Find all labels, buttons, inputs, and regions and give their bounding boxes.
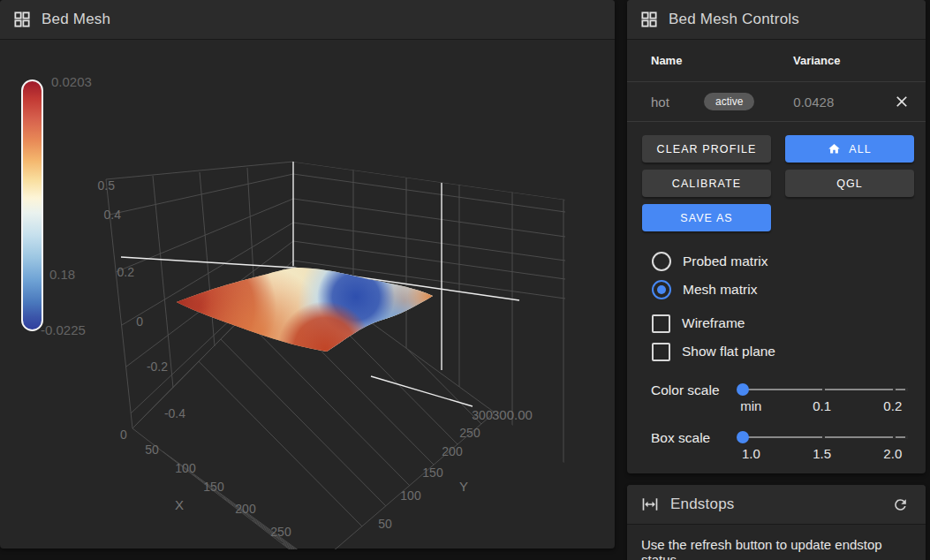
close-icon: [893, 93, 911, 110]
slider-tick-mark: [905, 435, 908, 439]
probed-matrix-radio[interactable]: Probed matrix: [652, 247, 911, 276]
grid-icon: [14, 11, 30, 27]
clear-profile-button[interactable]: CLEAR PROFILE: [642, 135, 771, 163]
y-tick: 150: [422, 465, 443, 480]
profile-variance: 0.0428: [793, 95, 834, 110]
refresh-icon: [892, 496, 909, 513]
active-badge: active: [704, 93, 754, 110]
box-scale-row: Box scale 1.0 1.5 2.0: [651, 428, 908, 468]
profile-name: hot: [651, 95, 704, 110]
profile-row[interactable]: hot active 0.0428: [627, 82, 926, 122]
box-scale-label: Box scale: [651, 428, 725, 468]
box-scale-tick: 2.0: [883, 446, 902, 461]
slider-tick-mark: [893, 435, 896, 439]
profile-table-header: Name Variance: [627, 40, 926, 82]
refresh-endstops-button[interactable]: [888, 493, 911, 516]
z-tick: -0.2: [147, 359, 168, 374]
qgl-button[interactable]: QGL: [785, 170, 914, 197]
x-tick: 100: [175, 461, 196, 475]
y-axis-title: Y: [459, 479, 468, 494]
y-tick: 50: [378, 517, 392, 531]
color-scale-slider[interactable]: min 0.1 0.2: [739, 380, 908, 420]
bed-mesh-card: Bed Mesh: [0, 0, 615, 549]
slider-thumb[interactable]: [737, 383, 749, 396]
colorbar-min-label: -0.0225: [41, 322, 86, 337]
mesh-matrix-label: Mesh matrix: [683, 282, 757, 298]
bed-mesh-scene: 0.0203 0.18 -0.0225 0.5 0.4 0.2 0 -0.2 -…: [0, 40, 615, 549]
box-scale-tick: 1.0: [742, 446, 760, 461]
variance-column-header: Variance: [793, 54, 841, 67]
endstops-card: Endstops Use the refresh button to updat…: [627, 485, 926, 560]
controls-title: Bed Mesh Controls: [669, 11, 799, 28]
box-scale-slider[interactable]: 1.0 1.5 2.0: [739, 428, 908, 468]
z-tick: 0.5: [98, 178, 116, 193]
slider-tick-mark: [822, 435, 825, 439]
color-scale-tick: min: [740, 398, 761, 413]
x-tick: 250: [270, 525, 291, 539]
bed-mesh-controls-card: Bed Mesh Controls Name Variance hot acti…: [627, 0, 926, 473]
y-axis-ticks: 50 100 150 200 250 300 300.00 Y: [378, 407, 533, 531]
home-all-button[interactable]: ALL: [785, 135, 914, 163]
slider-tick-mark: [822, 388, 825, 391]
show-flat-plane-checkbox[interactable]: Show flat plane: [652, 337, 911, 366]
color-scale-tick: 0.1: [813, 398, 831, 413]
remove-profile-button[interactable]: [892, 92, 911, 111]
x-axis-title: X: [175, 497, 184, 512]
endstops-message: Use the refresh button to update endstop…: [627, 525, 926, 560]
controls-buttons: CLEAR PROFILE ALL CALIBRATE QGL SAVE AS: [627, 122, 926, 231]
y-tick: 200: [442, 444, 463, 458]
checkbox-unchecked-icon: [652, 314, 670, 333]
bed-mesh-card-header: Bed Mesh: [0, 0, 615, 40]
checkbox-unchecked-icon: [652, 343, 670, 361]
z-tick: 0: [136, 314, 143, 329]
color-scale-label: Color scale: [651, 380, 725, 420]
z-tick: 0.4: [104, 208, 122, 222]
display-options: Probed matrix Mesh matrix Wireframe Show…: [627, 231, 926, 366]
floor-grid: [97, 156, 615, 549]
x-tick: 0: [120, 428, 127, 442]
calibrate-button[interactable]: CALIBRATE: [642, 170, 771, 197]
endstops-card-header: Endstops: [627, 485, 926, 525]
radio-checked-icon: [652, 280, 671, 299]
probed-matrix-label: Probed matrix: [683, 254, 767, 269]
z-tick: -0.4: [164, 406, 185, 420]
show-flat-plane-label: Show flat plane: [682, 344, 775, 359]
color-scale-row: Color scale min 0.1 0.2: [651, 380, 908, 420]
save-as-button[interactable]: SAVE AS: [642, 204, 771, 231]
controls-card-header: Bed Mesh Controls: [627, 0, 926, 40]
slider-thumb[interactable]: [737, 431, 749, 443]
bed-mesh-3d-plot[interactable]: 0.0203 0.18 -0.0225 0.5 0.4 0.2 0 -0.2 -…: [0, 40, 615, 549]
x-tick: 50: [145, 443, 159, 457]
page-title: Bed Mesh: [42, 11, 110, 28]
slider-tick-mark: [893, 388, 896, 391]
wireframe-checkbox[interactable]: Wireframe: [652, 309, 911, 337]
slider-tick-mark: [905, 388, 908, 391]
scale-sliders: Color scale min 0.1 0.2 Box scale: [627, 366, 926, 468]
y-tick: 100: [400, 488, 421, 503]
endstops-icon: [641, 496, 659, 513]
x-axis-ticks: 0 50 100 150 200 250 X: [120, 428, 291, 539]
radio-unchecked-icon: [652, 252, 671, 271]
home-all-label: ALL: [849, 143, 872, 155]
colorbar-labels: 0.0203 0.18 -0.0225: [41, 74, 92, 337]
mesh-matrix-radio[interactable]: Mesh matrix: [652, 276, 911, 304]
z-tick: 0.2: [117, 265, 135, 279]
y-tick: 250: [459, 426, 480, 440]
colorbar-max-label: 0.0203: [51, 74, 92, 89]
home-icon: [828, 142, 841, 155]
x-tick: 200: [235, 502, 256, 516]
y-tick: 300: [472, 408, 493, 422]
colorbar-mid-label: 0.18: [49, 267, 75, 282]
color-scale-tick: 0.2: [883, 398, 902, 413]
mesh-surface: [163, 256, 446, 367]
x-tick: 150: [203, 480, 224, 494]
wireframe-label: Wireframe: [682, 315, 745, 331]
y-max-label: 300.00: [492, 407, 533, 422]
grid-icon: [641, 11, 657, 27]
endstops-title: Endstops: [670, 496, 734, 513]
box-scale-tick: 1.5: [813, 446, 831, 461]
name-column-header: Name: [651, 54, 793, 67]
